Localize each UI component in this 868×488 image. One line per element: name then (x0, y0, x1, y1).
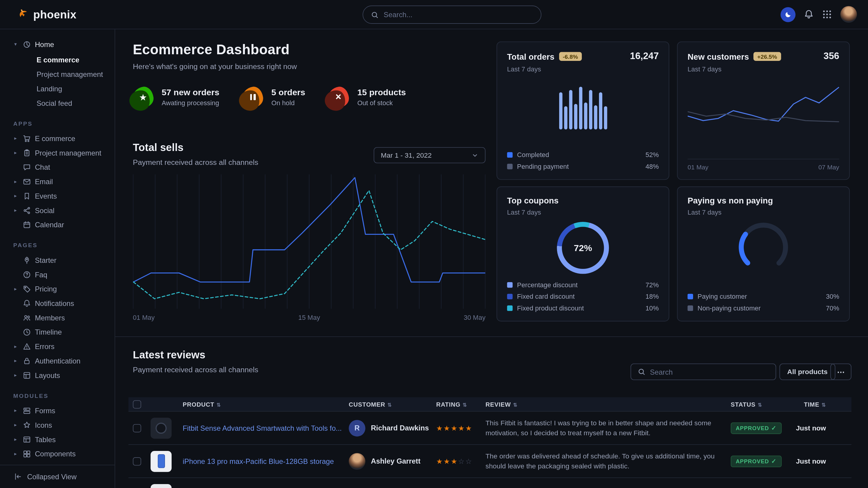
axis-label: 01 May (688, 164, 709, 170)
caret-down-icon: ▾ (12, 42, 19, 47)
stat-value: 5 orders (272, 88, 305, 97)
stat-caption: On hold (272, 99, 305, 107)
rating-stars: ★★★★★ (436, 424, 473, 432)
cart-icon (23, 134, 31, 142)
card-value: 356 (824, 51, 839, 62)
sidebar-item-errors[interactable]: ▸Errors (0, 339, 115, 354)
sidebar-item-timeline[interactable]: Timeline (0, 325, 115, 339)
pause-icon (249, 94, 256, 100)
sidebar-item-icons[interactable]: ▸Icons (0, 418, 115, 432)
sidebar-item-faq[interactable]: Faq (0, 267, 115, 282)
bookmark-icon (23, 192, 31, 200)
sidebar-item-label: Project management (35, 149, 101, 157)
legend-swatch (507, 282, 513, 288)
share-icon (23, 206, 31, 215)
apps-grid-icon[interactable] (822, 9, 832, 19)
sidebar-item-label: Calendar (35, 220, 64, 229)
search-input[interactable] (384, 10, 533, 19)
sidebar-item-members[interactable]: Members (0, 311, 115, 325)
review-row: iPhone 13 pro max-Pacific Blue-128GB sto… (128, 445, 851, 478)
sidebar-item-home[interactable]: ▾ Home (0, 36, 115, 53)
pie-chart-icon (23, 40, 31, 48)
sidebar: ▾ Home E commerceProject managementLandi… (0, 29, 115, 488)
column-header-time[interactable]: TIME⇅ (804, 401, 826, 408)
legend-label: Pending payment (517, 163, 568, 171)
collapsed-view-toggle[interactable]: Collapsed View (0, 465, 115, 488)
reviews-search-input[interactable] (650, 368, 769, 376)
reviews-table: PRODUCT⇅ CUSTOMER⇅ RATING⇅ REVIEW⇅ STATU… (128, 397, 851, 488)
moon-icon (784, 10, 792, 19)
sidebar-subitem-social-feed[interactable]: Social feed (0, 96, 115, 110)
sidebar-item-tables[interactable]: ▸Tables (0, 432, 115, 447)
review-time: Just now (796, 424, 826, 432)
column-header-product[interactable]: PRODUCT⇅ (183, 401, 221, 408)
sidebar-item-label: Starter (35, 256, 57, 264)
donut-center: 72% (562, 227, 604, 269)
caret-right-icon: ▸ (12, 422, 19, 427)
sidebar-subitem-e-commerce[interactable]: E commerce (0, 53, 115, 67)
status-badge: APPROVED✓ (731, 422, 782, 434)
notifications-bell-icon[interactable] (804, 9, 814, 19)
sidebar-item-chat[interactable]: Chat (0, 160, 115, 174)
stat-item-awating-processing: ★57 new ordersAwating processing (133, 87, 220, 107)
sidebar-item-events[interactable]: ▸Events (0, 189, 115, 203)
column-header-rating[interactable]: RATING⇅ (436, 401, 467, 408)
legend-value: 30% (826, 293, 839, 300)
sidebar-item-project-management[interactable]: ▸Project management (0, 145, 115, 160)
product-link[interactable]: iPhone 13 pro max-Pacific Blue-128GB sto… (183, 457, 334, 465)
sidebar-item-components[interactable]: ▸Components (0, 446, 115, 461)
stat-caption: Awating processing (162, 99, 219, 107)
lock-icon (23, 357, 31, 365)
caret-right-icon: ▸ (12, 436, 19, 442)
theme-toggle-button[interactable] (780, 7, 796, 22)
sidebar-item-label: Layouts (35, 371, 60, 380)
sidebar-home-children: E commerceProject managementLandingSocia… (0, 53, 115, 110)
sidebar-item-social[interactable]: ▸Social (0, 203, 115, 218)
more-options-button[interactable]: ⋯ (830, 363, 851, 380)
sidebar-item-starter[interactable]: Starter (0, 253, 115, 267)
column-header-review[interactable]: REVIEW⇅ (486, 401, 518, 408)
chevron-down-icon (472, 152, 478, 159)
sidebar-item-email[interactable]: ▸Email (0, 174, 115, 189)
sort-icon: ⇅ (463, 402, 467, 407)
caret-right-icon: ▸ (12, 193, 19, 199)
select-all-checkbox[interactable] (133, 400, 142, 409)
sidebar-item-pricing[interactable]: ▸Pricing (0, 282, 115, 296)
sidebar-item-label: Notifications (35, 299, 74, 307)
column-header-status[interactable]: STATUS⇅ (731, 401, 762, 408)
customers-line-chart (688, 79, 839, 142)
search-icon (638, 368, 645, 376)
calendar-icon (23, 220, 31, 229)
date-range-select[interactable]: Mar 1 - 31, 2022 (374, 147, 486, 163)
caret-right-icon: ▸ (12, 358, 19, 363)
sidebar-item-forms[interactable]: ▸Forms (0, 403, 115, 418)
column-header-customer[interactable]: CUSTOMER⇅ (349, 401, 392, 408)
row-checkbox[interactable] (133, 424, 142, 432)
all-products-button[interactable]: All products (779, 363, 835, 380)
brand[interactable]: phoenix (16, 8, 76, 21)
user-avatar[interactable] (840, 6, 857, 23)
sidebar-item-notifications[interactable]: Notifications (0, 296, 115, 311)
sidebar-item-layouts[interactable]: ▸Layouts (0, 368, 115, 383)
card-title: Paying vs non paying (688, 196, 773, 205)
sidebar-item-e-commerce[interactable]: ▸E commerce (0, 131, 115, 145)
product-thumbnail (151, 451, 172, 472)
sidebar-subitem-landing[interactable]: Landing (0, 82, 115, 96)
product-link[interactable]: Fitbit Sense Advanced Smartwatch with To… (183, 424, 342, 432)
sidebar-subitem-project-management[interactable]: Project management (0, 67, 115, 82)
users-icon (23, 314, 31, 322)
sidebar-item-calendar[interactable]: Calendar (0, 217, 115, 232)
legend-label: Percentage discount (517, 281, 578, 289)
customer-cell[interactable]: RRichard Dawkins (349, 420, 429, 436)
card-header: Paying vs non paying (688, 196, 839, 205)
reviews-subtitle: Payment received across all channels (133, 366, 258, 374)
row-checkbox[interactable] (133, 457, 142, 465)
chat-icon (23, 163, 31, 171)
total-sells-chart (133, 174, 486, 310)
stat-caption: Out of stock (358, 99, 406, 107)
main-content: Ecommerce Dashboard Here's what's going … (115, 29, 868, 488)
sidebar-item-authentication[interactable]: ▸Authentication (0, 354, 115, 368)
sidebar-section-pages: PAGES (13, 242, 115, 248)
table-header: PRODUCT⇅ CUSTOMER⇅ RATING⇅ REVIEW⇅ STATU… (128, 397, 851, 412)
customer-cell[interactable]: Ashley Garrett (349, 453, 421, 469)
